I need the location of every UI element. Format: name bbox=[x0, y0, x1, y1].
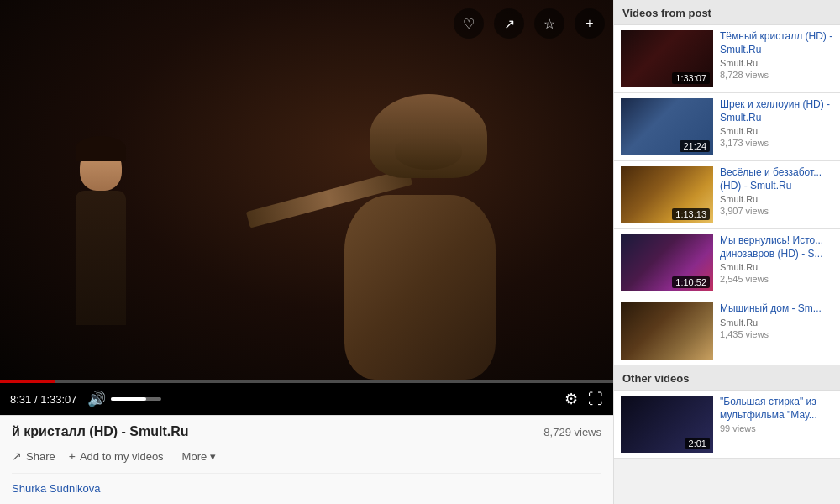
video-duration: 1:10:52 bbox=[672, 276, 710, 288]
total-time: 1:33:07 bbox=[40, 393, 76, 406]
share-label: Share bbox=[26, 450, 55, 463]
author-name[interactable]: Shurka Sudnikova bbox=[12, 482, 101, 495]
volume-bar[interactable] bbox=[111, 397, 161, 401]
video-thumbnail: 2:01 bbox=[621, 396, 713, 453]
sidebar-video-info: Шрек и хеллоуин (HD) - Smult.RuSmult.Ru3… bbox=[720, 98, 833, 155]
creature-head bbox=[370, 94, 487, 178]
video-title-row: й кристалл (HD) - Smult.Ru 8,729 views bbox=[12, 424, 601, 439]
videos-from-post-list: 1:33:07Тёмный кристалл (HD) - Smult.RuSm… bbox=[614, 25, 840, 365]
like-icon[interactable]: ♡ bbox=[454, 8, 484, 39]
sidebar-video-title[interactable]: Тёмный кристалл (HD) - Smult.Ru bbox=[720, 30, 833, 56]
sidebar-video-title[interactable]: Шрек и хеллоуин (HD) - Smult.Ru bbox=[720, 98, 833, 124]
videos-from-post-title: Videos from post bbox=[614, 0, 840, 25]
sidebar-video-channel: Smult.Ru bbox=[720, 58, 833, 68]
sidebar-video-item[interactable]: 2:01"Большая стирка" из мультфильма "Мау… bbox=[614, 391, 840, 459]
star-icon[interactable]: ☆ bbox=[534, 8, 564, 39]
sidebar-video-item[interactable]: 1:10:52Мы вернулись! Исто... динозавров … bbox=[614, 229, 840, 297]
other-videos-title: Other videos bbox=[614, 365, 840, 391]
add-icon[interactable]: + bbox=[575, 8, 605, 39]
share-overlay-icon[interactable]: ↗ bbox=[494, 8, 524, 39]
sidebar-video-info: Мы вернулись! Исто... динозавров (HD) - … bbox=[720, 234, 833, 291]
creature-snout bbox=[395, 136, 462, 170]
character-right bbox=[344, 111, 512, 346]
sidebar-video-title[interactable]: Мы вернулись! Исто... динозавров (HD) - … bbox=[720, 234, 833, 260]
progress-filled bbox=[0, 380, 55, 383]
sidebar-video-item[interactable]: Мышиный дом - Sm...Smult.Ru1,435 views bbox=[614, 297, 840, 365]
other-videos-list: 2:01"Большая стирка" из мультфильма "Мау… bbox=[614, 391, 840, 459]
share-button[interactable]: ↗ Share bbox=[12, 446, 55, 466]
volume-container: 🔊 bbox=[87, 390, 161, 408]
controls-bar: 8:31 / 1:33:07 🔊 ⚙ ⛶ bbox=[0, 383, 613, 415]
video-duration: 1:33:07 bbox=[672, 72, 710, 84]
sidebar-video-channel: Smult.Ru bbox=[720, 318, 833, 328]
sidebar-video-views: 99 views bbox=[720, 423, 833, 433]
author-row: Shurka Sudnikova bbox=[12, 473, 601, 496]
sidebar-video-info: "Большая стирка" из мультфильма "Мау...9… bbox=[720, 396, 833, 453]
video-thumbnail bbox=[621, 302, 713, 360]
thumbnail-image bbox=[621, 302, 713, 360]
video-thumbnail: 1:10:52 bbox=[621, 234, 713, 291]
sidebar-video-views: 2,545 views bbox=[720, 274, 833, 284]
add-action-icon: + bbox=[69, 449, 76, 463]
sidebar-video-channel: Smult.Ru bbox=[720, 262, 833, 272]
sidebar-video-views: 3,907 views bbox=[720, 206, 833, 216]
sidebar-video-views: 1,435 views bbox=[720, 329, 833, 339]
view-count: 8,729 views bbox=[543, 426, 601, 438]
char-left-body bbox=[76, 191, 126, 325]
character-left bbox=[50, 144, 151, 329]
video-info: й кристалл (HD) - Smult.Ru 8,729 views ↗… bbox=[0, 415, 613, 504]
sidebar-video-info: Мышиный дом - Sm...Smult.Ru1,435 views bbox=[720, 302, 833, 360]
main-layout: ♡ ↗ ☆ + 8:31 / 1:33:07 🔊 bbox=[0, 0, 840, 504]
video-thumbnail: 1:33:07 bbox=[621, 30, 713, 87]
video-duration: 1:13:13 bbox=[672, 208, 710, 220]
video-overlay-icons: ♡ ↗ ☆ + bbox=[454, 8, 605, 39]
sidebar-video-title[interactable]: "Большая стирка" из мультфильма "Мау... bbox=[720, 396, 833, 422]
video-actions: ↗ Share + Add to my videos More ▾ bbox=[12, 446, 601, 466]
video-scene bbox=[0, 0, 613, 380]
sidebar-video-channel: Smult.Ru bbox=[720, 126, 833, 136]
time-display: 8:31 / 1:33:07 bbox=[10, 393, 77, 406]
sidebar-video-title[interactable]: Мышиный дом - Sm... bbox=[720, 302, 833, 316]
char-left-head bbox=[80, 144, 122, 191]
video-duration: 2:01 bbox=[685, 438, 710, 449]
settings-icon[interactable]: ⚙ bbox=[564, 390, 578, 408]
progress-bar[interactable] bbox=[0, 380, 613, 383]
more-button[interactable]: More ▾ bbox=[177, 448, 222, 465]
video-container[interactable]: ♡ ↗ ☆ + bbox=[0, 0, 613, 380]
sidebar-video-item[interactable]: 1:33:07Тёмный кристалл (HD) - Smult.RuSm… bbox=[614, 25, 840, 93]
sidebar-video-views: 8,728 views bbox=[720, 70, 833, 80]
sidebar-video-channel: Smult.Ru bbox=[720, 194, 833, 204]
sidebar-video-info: Тёмный кристалл (HD) - Smult.RuSmult.Ru8… bbox=[720, 30, 833, 87]
sidebar: Videos from post 1:33:07Тёмный кристалл … bbox=[613, 0, 840, 504]
volume-icon[interactable]: 🔊 bbox=[87, 390, 106, 408]
volume-filled bbox=[111, 397, 146, 401]
sidebar-video-title[interactable]: Весёлые и беззабот... (HD) - Smult.Ru bbox=[720, 166, 833, 192]
player-section: ♡ ↗ ☆ + 8:31 / 1:33:07 🔊 bbox=[0, 0, 613, 504]
video-thumbnail: 1:13:13 bbox=[621, 166, 713, 223]
video-duration: 21:24 bbox=[680, 140, 710, 152]
creature-body bbox=[344, 195, 496, 380]
add-label: Add to my videos bbox=[80, 450, 164, 463]
more-label: More bbox=[182, 450, 207, 463]
sidebar-video-views: 3,173 views bbox=[720, 138, 833, 148]
fullscreen-icon[interactable]: ⛶ bbox=[588, 391, 603, 408]
chevron-down-icon: ▾ bbox=[210, 450, 216, 463]
char-left-hair bbox=[76, 136, 126, 161]
sidebar-video-item[interactable]: 21:24Шрек и хеллоуин (HD) - Smult.RuSmul… bbox=[614, 93, 840, 161]
current-time: 8:31 bbox=[10, 393, 31, 406]
video-title: й кристалл (HD) - Smult.Ru bbox=[12, 424, 189, 439]
sidebar-video-info: Весёлые и беззабот... (HD) - Smult.RuSmu… bbox=[720, 166, 833, 223]
add-to-videos-button[interactable]: + Add to my videos bbox=[69, 446, 164, 466]
video-thumbnail: 21:24 bbox=[621, 98, 713, 155]
sidebar-video-item[interactable]: 1:13:13Весёлые и беззабот... (HD) - Smul… bbox=[614, 161, 840, 229]
share-action-icon: ↗ bbox=[12, 449, 22, 463]
